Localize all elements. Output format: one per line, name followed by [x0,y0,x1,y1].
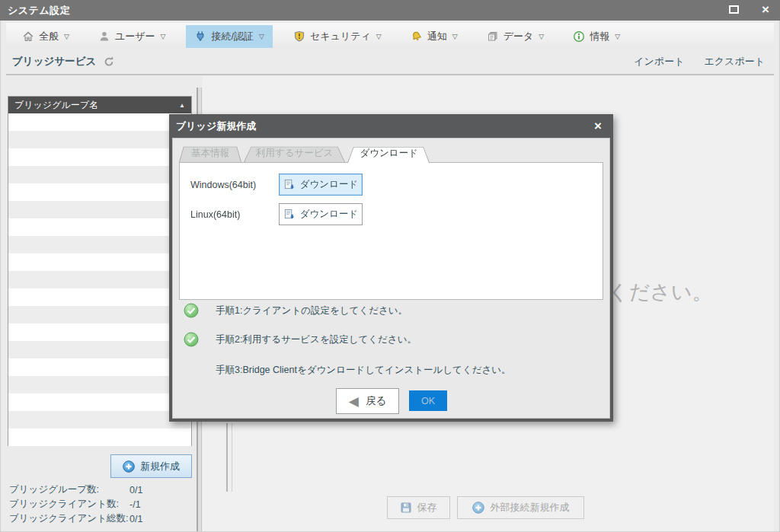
list-row [8,428,191,446]
platform-label: Linux(64bit) [190,209,279,220]
bridge-create-dialog: ブリッジ新規作成 × 基本情報 利用するサービス ダウンロード Windows(… [169,114,613,422]
list-row [8,376,191,393]
tab-basic-info[interactable]: 基本情報 [179,144,241,162]
close-icon[interactable]: × [762,4,769,15]
list-row [8,236,191,253]
step-1: 手順1:クライアントの設定をしてください。 [184,303,408,318]
refresh-icon[interactable] [103,56,115,68]
stat-bridge-clients-total: ブリッジクライアント総数: 0/1 [9,511,195,526]
page-title: ブリッジサービス [12,55,96,68]
stat-bridge-groups: ブリッジグループ数: 0/1 [9,483,195,497]
maximize-icon[interactable] [729,5,739,14]
shield-icon [293,30,305,43]
plug-icon [194,30,206,43]
list-row [8,393,191,411]
menu-item-data[interactable]: データ ▽ [478,25,553,48]
back-arrow-icon: ◀ [349,395,359,408]
download-windows-button[interactable]: ダウンロード [279,174,363,196]
back-button[interactable]: ◀ 戻る [336,388,399,414]
empty-state-message: ください。 [608,279,713,306]
chevron-down-icon: ▽ [539,33,544,40]
content-panel-edge [226,423,232,492]
download-row-linux: Linux(64bit) ダウンロード [190,203,603,225]
plus-circle-icon [472,502,484,514]
chevron-down-icon: ▽ [452,33,458,40]
menu-item-security[interactable]: セキュリティ ▽ [285,25,390,48]
subheader: ブリッジサービス インポート エクスポート [6,49,774,75]
list-row [8,183,191,201]
list-row [8,271,191,288]
close-icon[interactable]: × [590,119,606,134]
dialog-tabs: 基本情報 利用するサービス ダウンロード [179,144,433,163]
titlebar: システム設定 × [0,0,780,21]
platform-label: Windows(64bit) [190,180,279,190]
bell-icon [411,30,423,43]
download-file-icon [283,209,295,220]
external-connection-new-button[interactable]: 外部接続新規作成 [457,496,584,519]
list-row [8,166,191,183]
window-title: システム設定 [8,4,70,18]
list-row [8,253,191,271]
column-header-bridge-group[interactable]: ブリッジグループ名 ▲ [8,97,191,113]
list-row [8,201,191,218]
data-pages-icon [487,30,499,43]
list-row [8,341,191,358]
new-create-button[interactable]: 新規作成 [110,454,192,478]
stat-bridge-clients: ブリッジクライアント数: -/1 [9,497,195,511]
menu-item-info[interactable]: 情報 ▽ [564,25,628,48]
list-row [8,323,191,341]
export-link[interactable]: エクスポート [704,55,765,68]
list-row [8,358,191,376]
sort-asc-icon: ▲ [179,102,185,109]
home-icon [22,30,34,43]
menu-item-general[interactable]: 全般 ▽ [14,25,78,48]
download-row-windows: Windows(64bit) ダウンロード [190,174,603,196]
list-row [8,113,191,131]
list-row [8,148,191,166]
dialog-title: ブリッジ新規作成 [176,119,256,133]
tab-services[interactable]: 利用するサービス [244,144,345,162]
chevron-down-icon: ▽ [615,33,620,40]
user-icon [98,30,110,43]
menu-item-connection-auth[interactable]: 接続/認証 ▽ [186,25,273,48]
ok-button[interactable]: OK [409,390,447,411]
system-settings-window: システム設定 × 全般 ▽ ユーザー ▽ 接続/認証 ▽ [0,0,780,532]
list-row [8,218,191,236]
list-row [8,411,191,428]
tab-download[interactable]: ダウンロード [347,144,430,163]
bridge-stats: ブリッジグループ数: 0/1 ブリッジクライアント数: -/1 ブリッジクライア… [9,483,195,526]
list-row [8,131,191,148]
group-list-rows [8,113,191,446]
bridge-group-list: ブリッジグループ名 ▲ [8,96,192,446]
menubar: 全般 ▽ ユーザー ▽ 接続/認証 ▽ セキュリティ ▽ [6,23,774,49]
import-link[interactable]: インポート [634,55,684,68]
step-2: 手順2:利用するサービスを設定してください。 [184,332,417,347]
save-button[interactable]: 保存 [387,496,450,519]
download-panel: Windows(64bit) ダウンロード Linux(64bit) [179,162,603,300]
chevron-down-icon: ▽ [376,33,382,40]
check-circle-icon [184,332,199,347]
download-linux-button[interactable]: ダウンロード [279,203,363,225]
list-row [8,306,191,323]
chevron-down-icon: ▽ [259,33,264,40]
step-3: 手順3:Bridge Clientをダウンロードしてインストールしてください。 [184,362,511,377]
save-disk-icon [401,502,411,513]
chevron-down-icon: ▽ [64,33,69,40]
info-icon [573,30,585,43]
menu-item-users[interactable]: ユーザー ▽ [90,25,174,48]
dialog-body: 基本情報 利用するサービス ダウンロード Windows(64bit) ダ [172,138,610,419]
download-file-icon [283,179,295,190]
chevron-down-icon: ▽ [161,33,166,40]
menu-item-notifications[interactable]: 通知 ▽ [402,25,466,48]
plus-circle-icon [123,460,135,473]
dialog-header: ブリッジ新規作成 × [172,114,610,138]
check-circle-icon [184,303,199,318]
list-row [8,288,191,306]
